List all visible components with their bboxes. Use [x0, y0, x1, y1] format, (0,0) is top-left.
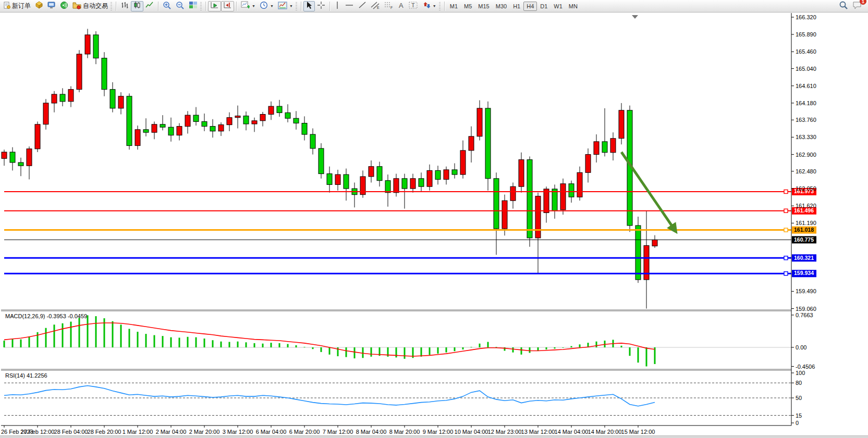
svg-text:163.760: 163.760: [796, 117, 816, 123]
channel-tool-button[interactable]: E: [369, 1, 382, 11]
zoom-in-button[interactable]: [161, 1, 174, 11]
svg-text:28 Feb 20:00: 28 Feb 20:00: [88, 429, 121, 435]
svg-text:161.018: 161.018: [794, 227, 814, 233]
svg-text:12 Mar 23:00: 12 Mar 23:00: [488, 429, 522, 435]
tile-windows-button[interactable]: [187, 1, 200, 11]
text-tool-button[interactable]: A: [396, 1, 407, 11]
zoom-in-icon: [163, 1, 172, 11]
svg-text:166.320: 166.320: [796, 14, 816, 20]
cursor-tool-button[interactable]: [303, 1, 315, 11]
svg-text:2 Mar 20:00: 2 Mar 20:00: [189, 429, 220, 435]
svg-text:80: 80: [796, 380, 802, 386]
monitor-icon: [47, 1, 56, 11]
data-window-button[interactable]: [45, 1, 58, 11]
crosshair-tool-button[interactable]: [315, 1, 327, 11]
svg-text:10 Mar 04:00: 10 Mar 04:00: [455, 429, 488, 435]
svg-text:165.040: 165.040: [796, 66, 816, 72]
svg-text:A: A: [399, 2, 404, 9]
macd-label: MACD(12,26,9) -0.3953 -0.0459: [5, 313, 87, 319]
main-toolbar: 新订单 自动交易: [0, 0, 868, 12]
timeframe-group: M1M5M15M30H1H4D1W1MN: [447, 2, 581, 11]
line-chart-mode-button[interactable]: [143, 1, 156, 11]
crosshair-icon: [317, 1, 325, 11]
horizontal-line-icon: [345, 2, 354, 10]
bar-chart-mode-button[interactable]: [118, 1, 131, 11]
trendline-tool-button[interactable]: [356, 1, 369, 11]
tile-windows-icon: [189, 1, 198, 11]
expert-advisors-button[interactable]: [58, 1, 70, 11]
text-a-icon: A: [398, 2, 405, 11]
svg-text:13 Mar 12:00: 13 Mar 12:00: [521, 429, 555, 435]
timeframe-h1-button[interactable]: H1: [510, 2, 523, 11]
svg-text:6 Mar 04:00: 6 Mar 04:00: [256, 429, 287, 435]
search-icon[interactable]: [839, 1, 848, 11]
period-caret-icon[interactable]: ▼: [270, 4, 274, 8]
timeframe-m1-button[interactable]: M1: [447, 2, 461, 11]
rsi-label: RSI(14) 41.2256: [5, 372, 47, 379]
candlestick-mode-button[interactable]: [131, 1, 143, 11]
svg-text:162.050: 162.050: [796, 185, 816, 192]
zoom-out-button[interactable]: [174, 1, 187, 11]
svg-text:8 Mar 20:00: 8 Mar 20:00: [389, 429, 420, 435]
svg-text:6 Mar 20:00: 6 Mar 20:00: [289, 429, 320, 435]
arrows-tool-button[interactable]: ▼: [420, 1, 438, 11]
new-order-label: 新订单: [12, 2, 31, 10]
svg-text:159.060: 159.060: [796, 306, 816, 312]
vertical-line-icon: [334, 1, 340, 11]
timeframe-h4-button[interactable]: H4: [523, 2, 537, 11]
timeframe-w1-button[interactable]: W1: [551, 2, 566, 11]
text-label-tool-button[interactable]: T: [407, 1, 420, 11]
auto-scroll-button[interactable]: [208, 1, 221, 11]
notifications-button[interactable]: 1: [852, 1, 863, 11]
timeframe-d1-button[interactable]: D1: [537, 2, 551, 11]
svg-text:27 Feb 12:00: 27 Feb 12:00: [21, 429, 55, 435]
svg-text:162.900: 162.900: [796, 152, 816, 158]
svg-text:160.775: 160.775: [794, 236, 814, 243]
timeframe-m5-button[interactable]: M5: [461, 2, 475, 11]
add-indicator-icon: [241, 1, 250, 11]
arrows-icon: [422, 1, 431, 11]
svg-text:159.490: 159.490: [796, 288, 816, 294]
svg-text:14 Mar 20:00: 14 Mar 20:00: [588, 429, 622, 435]
timeframe-m30-button[interactable]: M30: [493, 2, 510, 11]
svg-text:7 Mar 12:00: 7 Mar 12:00: [323, 429, 353, 435]
new-order-button[interactable]: 新订单: [1, 1, 33, 11]
chart-canvas[interactable]: 161.973161.496161.018160.775160.321159.9…: [0, 13, 868, 438]
auto-trading-icon: [72, 2, 81, 11]
svg-text:15: 15: [796, 412, 802, 419]
market-watch-button[interactable]: [33, 1, 45, 11]
auto-trading-button[interactable]: 自动交易: [70, 1, 110, 11]
window-bottom-edge: [0, 435, 868, 438]
timeframe-m15-button[interactable]: M15: [475, 2, 492, 11]
add-indicator-button[interactable]: ▼: [239, 1, 258, 11]
template-button[interactable]: ▼: [276, 1, 295, 11]
chart-window[interactable]: ▼ GBPJPY-,H4 160.620 160.889 160.573 160…: [0, 13, 868, 438]
clock-icon: [260, 1, 268, 11]
svg-text:2 Mar 04:00: 2 Mar 04:00: [156, 429, 187, 435]
svg-text:165.890: 165.890: [796, 31, 816, 37]
gold-cube-icon: [35, 1, 43, 11]
fibonacci-icon: F: [384, 1, 394, 11]
arrows-caret-icon[interactable]: ▼: [433, 4, 436, 8]
equidistant-channel-icon: E: [371, 1, 380, 11]
period-button[interactable]: ▼: [258, 1, 276, 11]
svg-text:50: 50: [796, 395, 802, 401]
vertical-line-tool-button[interactable]: [332, 1, 343, 11]
template-icon: [278, 2, 287, 11]
svg-text:162.480: 162.480: [796, 168, 816, 174]
text-label-icon: T: [409, 1, 418, 11]
zoom-out-icon: [176, 1, 185, 11]
mt4-terminal: 新订单 自动交易: [0, 0, 868, 438]
chart-shift-button[interactable]: [221, 1, 234, 11]
svg-text:0.7663: 0.7663: [796, 312, 813, 318]
timeframe-mn-button[interactable]: MN: [566, 2, 581, 11]
horizontal-line-tool-button[interactable]: [343, 1, 356, 11]
svg-text:161.190: 161.190: [796, 220, 816, 226]
svg-text:161.620: 161.620: [796, 203, 816, 209]
svg-text:1 Mar 12:00: 1 Mar 12:00: [123, 429, 153, 435]
fibonacci-tool-button[interactable]: F: [382, 1, 396, 11]
add-indicator-caret-icon[interactable]: ▼: [252, 4, 255, 8]
template-caret-icon[interactable]: ▼: [289, 4, 293, 8]
signal-icon: [60, 1, 68, 11]
svg-text:28 Feb 04:00: 28 Feb 04:00: [54, 429, 88, 435]
